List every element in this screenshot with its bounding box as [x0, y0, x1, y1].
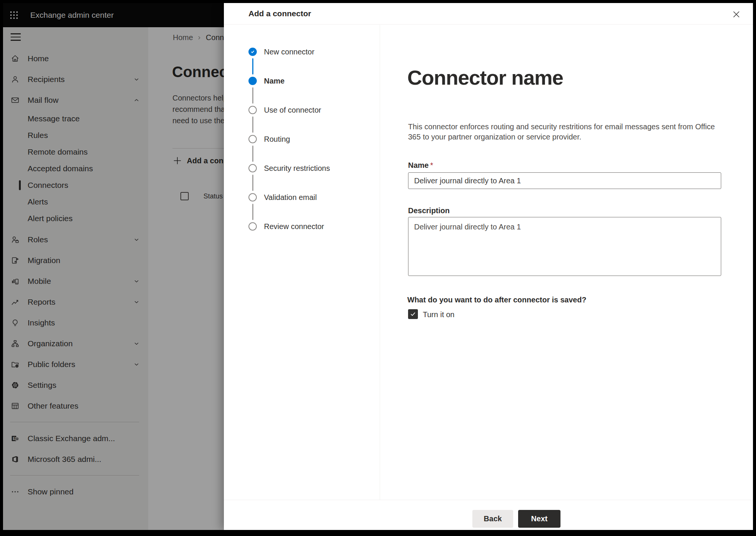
step-todo-circle — [248, 135, 257, 143]
app-window: Exchange admin center Home Recipients — [3, 3, 753, 530]
step-todo-circle — [248, 106, 257, 114]
step-todo-circle — [248, 193, 257, 201]
required-asterisk: * — [430, 161, 433, 169]
dialog-header: Add a connector — [224, 3, 753, 25]
step-connector-line — [252, 58, 253, 74]
wizard-steps-panel: New connector Name Use of connector Rout… — [224, 25, 380, 500]
close-button[interactable] — [731, 9, 742, 20]
description-field-label: Description — [408, 206, 450, 215]
screen: { "colors": { "accent": "#0078d4", "topb… — [0, 0, 756, 536]
step-connector-line — [252, 116, 253, 133]
connector-description-textarea[interactable]: Deliver journal directly to Area 1 — [408, 217, 721, 276]
pane-heading: Connector name — [407, 66, 563, 89]
checkmark-icon — [410, 311, 416, 318]
step-connector-line — [252, 204, 253, 220]
step-current-dot — [248, 77, 257, 85]
turn-it-on-checkbox[interactable] — [408, 309, 418, 319]
step-todo-circle — [248, 222, 257, 231]
step-connector-line — [252, 175, 253, 191]
pane-description: This connector enforces routing and secu… — [408, 122, 722, 142]
dialog-footer: Back Next — [224, 500, 753, 530]
next-button[interactable]: Next — [518, 510, 560, 528]
step-connector-line — [252, 87, 253, 104]
step-todo-circle — [248, 164, 257, 172]
step-connector-line — [252, 146, 253, 162]
add-connector-dialog: Add a connector New connector Name — [224, 3, 753, 530]
dialog-title: Add a connector — [248, 9, 311, 18]
back-button[interactable]: Back — [472, 510, 513, 528]
dialog-content: Connector name This connector enforces r… — [380, 25, 753, 500]
name-field-label: Name* — [408, 161, 433, 170]
step-done-check-icon — [248, 48, 257, 56]
after-save-question: What do you want to do after connector i… — [407, 296, 586, 304]
connector-name-input[interactable] — [408, 172, 721, 189]
turn-it-on-label: Turn it on — [423, 310, 455, 319]
close-icon — [732, 10, 741, 19]
